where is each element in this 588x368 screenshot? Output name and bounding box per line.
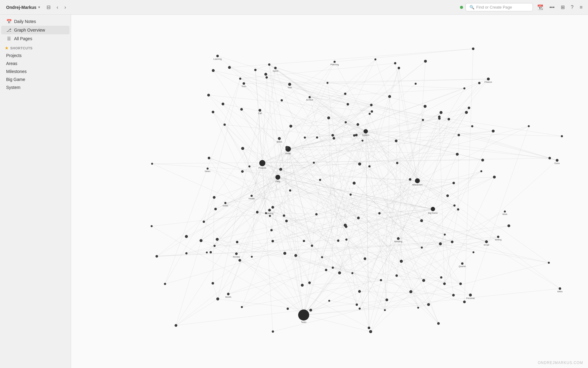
status-dot [460,6,463,9]
graph-canvas[interactable] [71,15,588,368]
star-icon: ★ [5,46,9,50]
shortcuts-header: ★ SHORTCUTS [0,43,71,52]
help-icon: ? [571,5,574,10]
sidebar-item-all-pages[interactable]: ☰ All Pages [1,34,70,43]
daily-notes-icon: 📅 [6,19,12,24]
sidebar-item-graph-overview[interactable]: ⎇ Graph Overview [1,26,70,34]
shortcut-projects[interactable]: Projects [1,52,70,59]
sidebar-toggle-icon: ⊟ [47,5,51,10]
back-icon: ‹ [57,5,58,10]
sidebar: 📅 Daily Notes ⎇ Graph Overview ☰ All Pag… [0,15,71,368]
forward-icon: › [64,5,66,10]
all-pages-icon: ☰ [6,36,12,41]
settings-icon: ≡ [580,5,582,10]
shortcut-label: Areas [6,61,17,66]
layout-button[interactable]: ⊞ [559,3,567,11]
shortcuts-label: SHORTCUTS [10,46,33,50]
help-button[interactable]: ? [569,3,575,11]
workspace-label: Ondrej-Markus [6,5,36,10]
calendar-button[interactable]: 📆 [535,3,545,11]
search-icon: 🔍 [469,5,474,10]
more-options-button[interactable]: ••• [548,3,556,11]
workspace-name-button[interactable]: Ondrej-Markus ▾ [4,4,42,11]
graph-overview-icon: ⎇ [6,28,12,33]
shortcut-milestones[interactable]: Milestones [1,67,70,75]
more-options-icon: ••• [549,5,555,10]
sidebar-item-daily-notes[interactable]: 📅 Daily Notes [1,17,70,26]
shortcut-label: Big Game [6,77,25,82]
shortcut-label: Milestones [6,69,27,74]
search-placeholder: Find or Create Page [476,5,512,10]
forward-button[interactable]: › [62,3,68,11]
sidebar-item-label: Daily Notes [14,19,36,24]
sidebar-item-label: Graph Overview [14,28,45,33]
main-layout: 📅 Daily Notes ⎇ Graph Overview ☰ All Pag… [0,15,588,368]
topbar: Ondrej-Markus ▾ ⊟ ‹ › 🔍 Find or Create P… [0,0,588,15]
layout-icon: ⊞ [561,5,565,10]
graph-area[interactable]: ONDREJMARKUS.COM [71,15,588,368]
shortcut-areas[interactable]: Areas [1,59,70,67]
back-button[interactable]: ‹ [55,3,60,11]
workspace-chevron-icon: ▾ [38,6,40,9]
sidebar-item-label: All Pages [14,36,32,41]
search-bar[interactable]: 🔍 Find or Create Page [466,3,533,11]
shortcut-system[interactable]: System [1,83,70,91]
sidebar-toggle-button[interactable]: ⊟ [45,3,52,11]
shortcut-label: Projects [6,53,22,58]
calendar-icon: 📆 [537,5,543,10]
settings-button[interactable]: ≡ [578,3,584,11]
shortcut-label: System [6,85,21,90]
shortcut-big-game[interactable]: Big Game [1,75,70,83]
